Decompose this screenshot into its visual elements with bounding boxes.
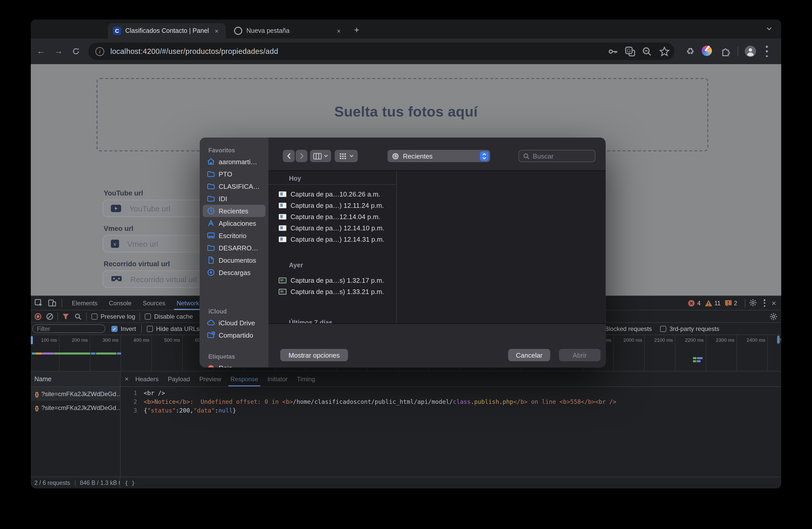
blocked-requests-label[interactable]: Blocked requests [605,325,652,332]
sidebar-item-compartido[interactable]: Compartido [203,329,265,341]
network-settings-gear-icon[interactable] [769,312,777,320]
network-filter-input[interactable]: Filter [32,324,105,333]
search-network-icon[interactable] [74,313,82,320]
filter-funnel-icon[interactable] [62,313,69,320]
tab-clasificados[interactable]: C Clasificados Contacto | Panel × [108,23,226,39]
group-by-button[interactable] [335,150,358,162]
file-group-header: Ayer [269,260,606,271]
sidebar-item-recientes[interactable]: Recientes [203,205,265,217]
disable-cache-label[interactable]: Disable cache [154,313,193,320]
preserve-log-checkbox[interactable] [91,313,98,319]
location-popup[interactable]: Recientes [388,150,490,162]
sidebar-item-descargas[interactable]: Descargas [203,266,265,279]
response-tab-preview[interactable]: Preview [195,371,226,386]
zoom-out-icon[interactable] [642,46,652,57]
browser-menu-icon[interactable] [766,46,768,57]
pane-divider[interactable] [120,371,121,478]
sidebar-item-aaronmarti-[interactable]: aaronmarti… [203,156,265,168]
file-item[interactable]: Captura de pa…s) 1.32.17 p.m. [269,275,606,286]
file-item[interactable]: Captura de pa…12.14.04 p.m. [269,211,606,222]
invert-checkbox[interactable]: ✓ [111,326,118,332]
dropzone-title: Suelta tus fotos aquí [31,104,781,120]
response-tab-initiator[interactable]: Initiator [263,371,292,386]
url-text[interactable]: localhost:4200/#/user/productos/propieda… [110,47,278,55]
file-item[interactable]: Captura de pa…s) 1.33.21 p.m. [269,286,606,297]
inspect-element-icon[interactable] [34,299,43,307]
site-info-icon[interactable]: i [96,47,104,56]
response-tab-headers[interactable]: Headers [131,371,163,386]
sidebar-item-pto[interactable]: PTO [203,168,265,180]
third-party-checkbox[interactable] [660,326,666,332]
dialog-forward-button[interactable] [296,150,307,162]
response-body[interactable]: 1<br />2<b>Notice</b>: Undefined offset:… [121,388,781,415]
tab-close-icon[interactable]: × [213,27,221,35]
console-errors-icon[interactable] [688,299,695,307]
cancel-button[interactable]: Cancelar [508,349,550,361]
show-options-button[interactable]: Mostrar opciones [280,349,348,361]
response-tab-response[interactable]: Response [226,371,263,386]
devtools-tab-console[interactable]: Console [103,296,137,310]
bookmark-star-icon[interactable] [659,46,670,57]
file-item[interactable]: Captura de pa…) 12.11.24 p.m. [269,200,606,211]
devtools-tab-elements[interactable]: Elements [66,296,103,310]
warning-count[interactable]: 11 [714,300,721,306]
vimeo-url-placeholder: Vmeo url [127,239,158,248]
console-warnings-icon[interactable] [705,299,712,307]
devtools-settings-gear-icon[interactable] [749,299,758,307]
palette-extension-icon[interactable] [702,46,713,57]
response-tab-timing[interactable]: Timing [292,371,320,386]
devtools-menu-icon[interactable] [764,299,765,307]
sidebar-item-clasifica-[interactable]: CLASIFICA… [203,180,265,192]
password-key-icon[interactable] [608,46,619,57]
file-item[interactable]: Captura de pa…) 12.14.31 p.m. [269,233,606,245]
requests-name-header[interactable]: Name [31,371,120,387]
file-thumbnail-icon [279,191,286,197]
requests-summary[interactable]: 2 / 6 requests [34,480,70,486]
new-tab-button[interactable]: + [354,26,359,34]
profile-avatar[interactable] [744,45,757,57]
extensions-puzzle-icon[interactable] [721,46,732,57]
dialog-back-button[interactable] [283,150,295,162]
column-view-button[interactable] [310,150,331,162]
back-icon[interactable]: ← [35,45,47,57]
sidebar-item-aplicaciones[interactable]: Aplicaciones [203,217,265,229]
dialog-search-field[interactable]: Buscar [518,150,595,162]
recycle-extension-icon[interactable]: ♻ [685,46,696,57]
request-row[interactable]: {}?site=cmFKa2JkZWdDeGd… [31,401,120,415]
devtools-tab-sources[interactable]: Sources [137,296,171,310]
record-network-log-icon[interactable] [34,313,42,320]
file-item[interactable]: Captura de pa…) 12.14.10 p.m. [269,222,606,233]
tab-search-chevron-icon[interactable] [766,27,772,31]
sidebar-item-escritorio[interactable]: Escritorio [203,229,265,242]
sidebar-item-icloud-drive[interactable]: iCloud Drive [203,317,265,329]
hide-data-urls-checkbox[interactable] [147,326,153,332]
response-tab-payload[interactable]: Payload [163,371,195,386]
issues-count[interactable]: 2 [734,300,737,306]
preserve-log-label[interactable]: Preserve log [101,313,135,320]
close-request-detail-icon[interactable]: × [125,375,129,383]
tab-nueva-pestana[interactable]: Nueva pestaña × [229,23,348,39]
tab-close-icon[interactable]: × [335,27,343,35]
third-party-label[interactable]: 3rd-party requests [669,325,719,332]
sidebar-item-idi[interactable]: IDI [203,192,265,205]
devtools-close-icon[interactable]: × [771,299,776,307]
sidebar-item-rojo[interactable]: Rojo [203,362,265,367]
error-count[interactable]: 4 [697,300,701,306]
open-button[interactable]: Abrir [559,349,600,361]
address-bar[interactable]: i localhost:4200/#/user/productos/propie… [88,43,675,60]
issues-icon[interactable] [725,299,732,307]
forward-icon[interactable]: → [52,45,65,57]
reload-icon[interactable] [70,45,82,57]
format-response-icon[interactable]: { } [125,480,135,486]
device-toolbar-icon[interactable] [48,299,56,307]
ruler-tick-label: 500 ms [155,337,180,343]
sidebar-item-desarro-[interactable]: DESARRO… [203,242,265,254]
disable-cache-checkbox[interactable] [145,313,151,319]
request-row[interactable]: {}?site=cmFKa2JkZWdDeGd… [31,387,120,401]
invert-label[interactable]: Invert [121,325,136,332]
file-item[interactable]: Captura de pa…10.26.26 a.m. [269,188,606,200]
translate-icon[interactable]: G [625,46,635,57]
clear-network-log-icon[interactable] [46,313,53,320]
hide-data-urls-label[interactable]: Hide data URLs [156,325,199,332]
sidebar-item-documentos[interactable]: Documentos [203,254,265,266]
